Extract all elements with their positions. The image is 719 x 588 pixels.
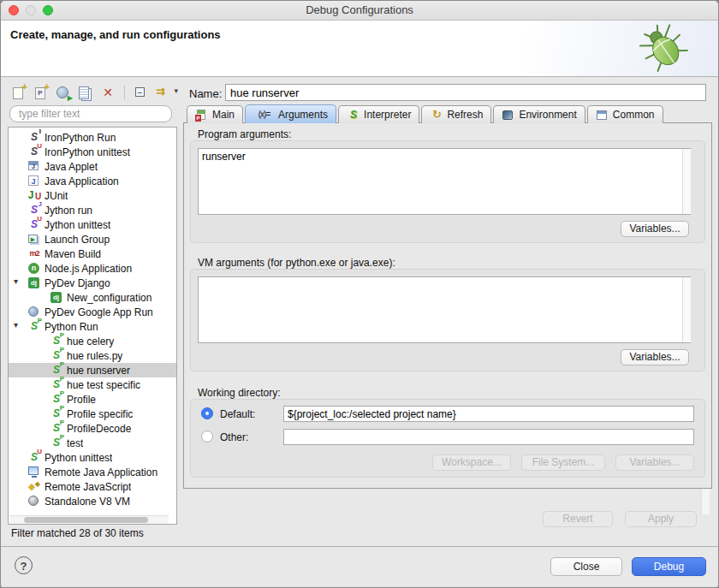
tree-item-label: Remote JavaScript xyxy=(45,481,131,493)
name-input[interactable] xyxy=(225,84,706,101)
tree-item-launch-group[interactable]: Launch Group xyxy=(9,232,176,246)
tree-item-hue-rules-py[interactable]: hue rules.py xyxy=(9,348,176,363)
v8vm-icon xyxy=(27,495,41,508)
program-arguments-label: Program arguments: xyxy=(198,128,291,140)
tree-item-remote-javascript[interactable]: Remote JavaScript xyxy=(9,479,176,494)
program-arguments-textarea[interactable]: runserver xyxy=(198,148,691,215)
tree-item-pydev-google-app-run[interactable]: PyDev Google App Run xyxy=(9,305,176,319)
tree-item-junit[interactable]: JUnit xyxy=(9,188,176,203)
tree-item-ironpython-unittest[interactable]: IronPython unittest xyxy=(9,145,176,159)
tree-item-jython-unittest[interactable]: Jython unittest xyxy=(9,217,176,232)
tab-bar: MainArgumentsInterpreterRefreshEnvironme… xyxy=(187,105,665,123)
tab-label: Interpreter xyxy=(364,109,411,121)
tree-item-profile[interactable]: Profile xyxy=(9,392,176,407)
tree-item-label: hue runserver xyxy=(67,365,130,377)
tree-item-hue-celery[interactable]: hue celery xyxy=(9,334,176,348)
tree-item-label: ProfileDecode xyxy=(67,423,131,435)
tab-environment[interactable]: Environment xyxy=(493,105,585,123)
bottom-bar: ? Close Debug xyxy=(1,546,718,588)
tree-item-java-application[interactable]: Java Application xyxy=(9,174,176,188)
tree-item-pydev-django[interactable]: ▾PyDev Django xyxy=(9,276,176,290)
dialog-header-text: Create, manage, and run configurations xyxy=(10,28,221,41)
tab-main[interactable]: Main xyxy=(187,105,243,123)
refresh-tab-icon xyxy=(430,109,443,121)
python-run-icon xyxy=(27,320,41,333)
filter-menu-button[interactable] xyxy=(154,84,178,101)
tree-item-label: Profile specific xyxy=(67,408,133,420)
main-tab-icon xyxy=(195,109,209,121)
tree-item-label: PyDev Google App Run xyxy=(45,306,153,318)
java-application-icon xyxy=(27,175,41,187)
tree-item-label: hue test specific xyxy=(67,379,140,391)
tab-interpreter[interactable]: Interpreter xyxy=(338,105,419,123)
workspace-button[interactable]: Workspace... xyxy=(432,454,511,471)
tree-item-label: Node.js Application xyxy=(45,263,132,275)
export-configurations-button[interactable] xyxy=(54,84,73,101)
tab-label: Refresh xyxy=(447,109,483,121)
tree-item-label: PyDev Django xyxy=(45,277,110,289)
tab-common[interactable]: Common xyxy=(587,105,663,123)
tree-item-node-js-application[interactable]: Node.js Application xyxy=(9,261,176,276)
other-radio[interactable] xyxy=(201,431,213,442)
tab-refresh[interactable]: Refresh xyxy=(421,105,491,123)
close-button[interactable]: Close xyxy=(550,557,622,576)
default-directory-input[interactable] xyxy=(283,406,694,422)
vm-arguments-variables-button[interactable]: Variables... xyxy=(621,349,689,365)
expander-icon[interactable]: ▾ xyxy=(14,276,18,286)
tree-item-standalone-v8-vm[interactable]: Standalone V8 VM xyxy=(9,494,176,508)
new-configuration-button[interactable] xyxy=(9,84,28,101)
filter-input[interactable] xyxy=(9,105,172,122)
tree-item-profiledecode[interactable]: ProfileDecode xyxy=(9,421,176,436)
arguments-tab-icon xyxy=(253,109,275,121)
revert-button[interactable]: Revert xyxy=(543,511,613,527)
default-radio-label: Default: xyxy=(220,408,255,420)
tree-item-remote-java-application[interactable]: Remote Java Application xyxy=(9,465,176,479)
tree-item-jython-run[interactable]: Jython run xyxy=(9,203,176,217)
tab-label: Environment xyxy=(519,109,576,121)
debug-button[interactable]: Debug xyxy=(632,557,706,576)
interpreter-tab-icon xyxy=(347,109,360,121)
collapse-all-button[interactable] xyxy=(132,84,151,101)
jython-unittest-icon xyxy=(27,218,41,231)
name-label: Name: xyxy=(189,87,222,100)
tree-horizontal-scrollbar-thumb[interactable] xyxy=(24,517,148,523)
nodejs-icon xyxy=(27,262,41,275)
tree-item-label: Maven Build xyxy=(45,248,101,260)
tree-item-hue-runserver[interactable]: hue runserver xyxy=(9,363,176,377)
toolbar xyxy=(9,83,178,102)
help-button[interactable]: ? xyxy=(15,556,33,574)
tree-item-python-run[interactable]: ▾Python Run xyxy=(9,319,176,334)
java-applet-icon xyxy=(27,160,41,173)
tree-item-label: Standalone V8 VM xyxy=(45,496,130,508)
new-prototype-button[interactable] xyxy=(32,84,51,101)
tree-item-label: Launch Group xyxy=(45,234,110,246)
vm-arguments-textarea[interactable] xyxy=(198,276,691,343)
tree-item-python-unittest[interactable]: Python unittest xyxy=(9,450,176,465)
toolbar-separator xyxy=(124,86,125,99)
tree-item-hue-test-specific[interactable]: hue test specific xyxy=(9,377,176,392)
tree-item-label: New_configuration xyxy=(67,292,152,304)
tree-item-new-configuration[interactable]: New_configuration xyxy=(9,290,176,305)
tree-item-java-applet[interactable]: Java Applet xyxy=(9,159,176,174)
tree-item-test[interactable]: test xyxy=(9,436,176,450)
vm-arguments-label: VM arguments (for python.exe or java.exe… xyxy=(198,257,395,269)
working-directory-variables-button[interactable]: Variables... xyxy=(615,454,694,471)
dialog-header: Create, manage, and run configurations xyxy=(1,21,718,77)
tree-item-maven-build[interactable]: Maven Build xyxy=(9,246,176,261)
tree-item-label: Remote Java Application xyxy=(45,466,157,478)
launch-group-icon xyxy=(27,233,41,246)
file-system-button[interactable]: File System... xyxy=(521,454,605,471)
apply-button[interactable]: Apply xyxy=(625,511,697,527)
expander-icon[interactable]: ▾ xyxy=(14,320,18,330)
tree-item-profile-specific[interactable]: Profile specific xyxy=(9,407,176,421)
tree-item-ironpython-run[interactable]: IronPython Run xyxy=(9,130,176,145)
tree-item-label: JUnit xyxy=(45,190,68,202)
tab-arguments[interactable]: Arguments xyxy=(245,104,336,123)
program-arguments-variables-button[interactable]: Variables... xyxy=(621,221,689,237)
default-radio[interactable] xyxy=(201,407,213,419)
other-directory-input[interactable] xyxy=(283,429,694,445)
duplicate-button[interactable] xyxy=(76,84,95,101)
python-unittest-icon xyxy=(27,451,41,464)
delete-button[interactable] xyxy=(98,84,117,101)
vm-arguments-group: Variables... xyxy=(190,269,705,371)
